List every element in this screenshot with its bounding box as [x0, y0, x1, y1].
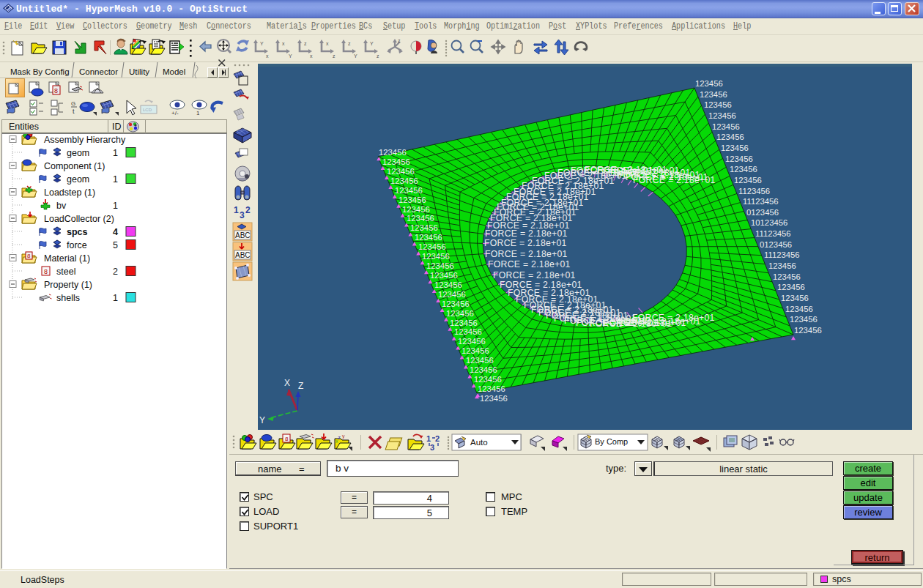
svg-text:Property (1): Property (1)	[44, 280, 92, 290]
svg-text:geom: geom	[67, 174, 89, 185]
svg-text:123456: 123456	[399, 196, 426, 204]
svg-text:2: 2	[435, 434, 440, 443]
svg-text:8: 8	[54, 87, 58, 94]
svg-text:123456: 123456	[450, 319, 478, 327]
svg-text:Z: Z	[298, 381, 303, 391]
svg-text:Y: Y	[259, 415, 265, 425]
svg-text:ABC: ABC	[235, 231, 251, 239]
svg-text:123456: 123456	[781, 294, 809, 302]
svg-text:3: 3	[240, 210, 245, 220]
svg-text:z: z	[377, 53, 379, 59]
svg-text:123456: 123456	[466, 356, 494, 365]
svg-text:123456: 123456	[470, 365, 497, 374]
svg-text:0123456: 0123456	[760, 240, 792, 249]
svg-text:123456: 123456	[382, 157, 410, 166]
svg-text:123456: 123456	[785, 305, 813, 313]
svg-text:z: z	[348, 41, 351, 46]
svg-text:123456: 123456	[415, 233, 442, 242]
svg-text:Component (1): Component (1)	[44, 161, 105, 171]
svg-text:5: 5	[113, 240, 118, 250]
svg-text:x: x	[336, 439, 338, 444]
svg-text:LCD: LCD	[143, 108, 152, 112]
svg-text:Y: Y	[289, 53, 292, 59]
svg-text:LoadCollector (2): LoadCollector (2)	[44, 214, 114, 224]
svg-text:123456: 123456	[461, 346, 489, 355]
svg-text:123456: 123456	[695, 79, 723, 88]
svg-text:1: 1	[426, 434, 431, 443]
svg-text:123456: 123456	[418, 242, 446, 251]
svg-text:123456: 123456	[430, 271, 458, 280]
svg-text:Assembly Hierarchy: Assembly Hierarchy	[44, 135, 126, 145]
svg-text:x: x	[326, 41, 329, 46]
svg-text:4: 4	[113, 227, 118, 237]
svg-text:123456: 123456	[458, 337, 486, 346]
svg-text:ABC: ABC	[235, 251, 251, 259]
svg-text:x: x	[310, 53, 313, 59]
svg-text:bv: bv	[56, 201, 67, 211]
svg-text:123456: 123456	[379, 148, 407, 157]
svg-text:1: 1	[196, 110, 200, 116]
svg-text:force: force	[67, 240, 87, 250]
svg-text:123456: 123456	[402, 205, 430, 214]
svg-text:123456: 123456	[442, 299, 470, 308]
svg-text:y: y	[342, 433, 345, 439]
svg-text:123456: 123456	[438, 290, 466, 299]
svg-text:123456: 123456	[768, 261, 796, 270]
svg-text:123456: 123456	[708, 111, 736, 120]
svg-text:123456: 123456	[480, 394, 508, 403]
svg-text:11123456: 11123456	[743, 197, 779, 206]
svg-text:t: t	[73, 108, 75, 115]
svg-text:G: G	[71, 100, 75, 107]
svg-text:1: 1	[113, 293, 118, 303]
svg-text:123456: 123456	[454, 327, 482, 336]
svg-text:1: 1	[113, 201, 118, 211]
svg-text:123456: 123456	[700, 90, 727, 99]
svg-text:123456: 123456	[734, 176, 762, 185]
svg-text:123456: 123456	[407, 214, 434, 223]
svg-text:z: z	[338, 434, 341, 441]
svg-text:geom: geom	[67, 148, 89, 158]
svg-text:123456: 123456	[446, 309, 474, 318]
svg-text:x: x	[266, 53, 269, 59]
svg-text:123456: 123456	[426, 261, 454, 270]
svg-text:123456: 123456	[730, 165, 757, 174]
svg-text:z: z	[304, 41, 307, 46]
svg-text:spcs: spcs	[67, 227, 88, 237]
svg-text:shells: shells	[56, 293, 80, 303]
svg-text:FORCE = 2.18e+01: FORCE = 2.18e+01	[485, 228, 568, 239]
svg-text:123456: 123456	[773, 272, 801, 281]
svg-text:123456: 123456	[790, 315, 818, 324]
svg-text:x: x	[282, 41, 285, 46]
svg-text:11123456: 11123456	[764, 250, 800, 259]
svg-text:123456: 123456	[721, 144, 749, 152]
svg-text:123456: 123456	[716, 133, 744, 141]
svg-text:Auto: Auto	[470, 438, 488, 447]
svg-text:z: z	[398, 38, 401, 43]
svg-text:Loadstep (1): Loadstep (1)	[44, 187, 95, 198]
svg-text:1: 1	[113, 174, 118, 185]
svg-text:123456: 123456	[478, 384, 505, 393]
svg-text:1: 1	[234, 205, 239, 215]
svg-text:FORCE = 2.18e+01: FORCE = 2.18e+01	[488, 259, 571, 269]
svg-text:8: 8	[44, 268, 48, 275]
svg-text:X: X	[284, 378, 290, 388]
svg-text:steel: steel	[56, 267, 75, 277]
svg-text:2: 2	[245, 205, 251, 215]
svg-text:123456: 123456	[390, 176, 418, 185]
svg-text:123456: 123456	[712, 122, 740, 131]
svg-text:123456: 123456	[474, 375, 502, 384]
svg-text:123456: 123456	[387, 167, 415, 176]
svg-text:11123456: 11123456	[755, 229, 791, 238]
svg-text:123456: 123456	[725, 155, 753, 163]
svg-text:FORCE = 2.18e+01: FORCE = 2.18e+01	[485, 249, 568, 259]
svg-text:2: 2	[113, 267, 118, 277]
svg-text:123456: 123456	[422, 252, 450, 261]
svg-text:+/-: +/-	[171, 110, 179, 116]
svg-text:123456: 123456	[777, 283, 805, 291]
svg-text:z: z	[333, 53, 336, 59]
svg-text:123456: 123456	[410, 223, 438, 232]
svg-text:Y: Y	[354, 53, 357, 59]
svg-text:1123456: 1123456	[738, 187, 770, 196]
svg-text:123456: 123456	[395, 186, 423, 195]
svg-text:10123456: 10123456	[751, 218, 787, 227]
